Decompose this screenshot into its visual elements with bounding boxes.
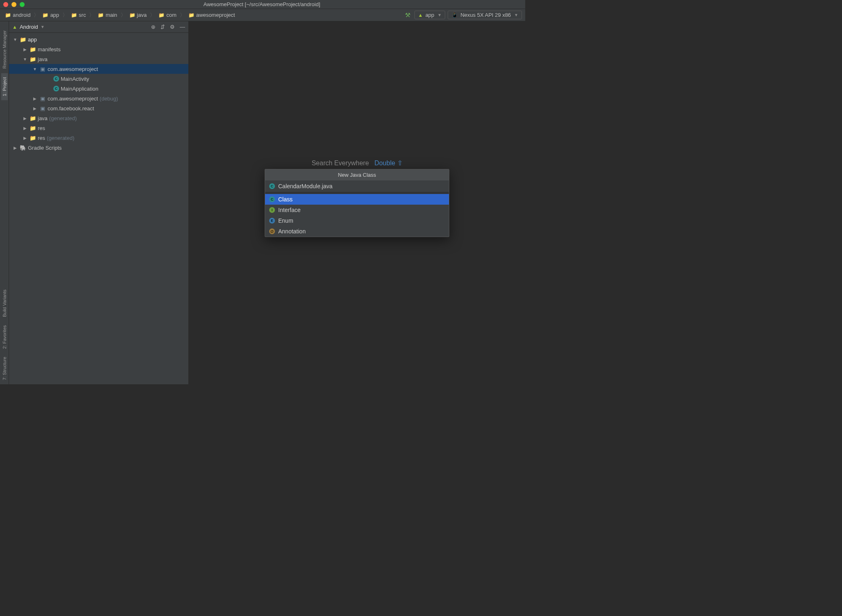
breadcrumb-item[interactable]: 📁android bbox=[3, 11, 32, 19]
caret-icon[interactable] bbox=[32, 67, 38, 71]
caret-icon[interactable] bbox=[32, 96, 38, 101]
search-everywhere-hint: Search Everywhere Double ⇧ bbox=[311, 159, 402, 167]
folder-icon: 📁 bbox=[98, 12, 104, 18]
popup-item-annotation[interactable]: @ Annotation bbox=[265, 226, 449, 237]
folder-icon: 📁 bbox=[30, 135, 36, 141]
tree-node-java[interactable]: 📁 java bbox=[9, 54, 188, 64]
caret-icon[interactable] bbox=[22, 47, 28, 52]
dock-favorites[interactable]: 2: Favorites bbox=[1, 321, 8, 353]
caret-icon[interactable] bbox=[12, 146, 18, 150]
annotation-icon: @ bbox=[269, 228, 275, 234]
run-config-combo[interactable]: ▲ app ▼ bbox=[414, 11, 446, 19]
class-icon: C bbox=[53, 76, 59, 82]
breadcrumb-label: app bbox=[50, 12, 59, 18]
breadcrumb-item[interactable]: 📁com bbox=[157, 11, 178, 19]
device-icon: 📱 bbox=[451, 12, 458, 18]
breadcrumb-sep: 〉 bbox=[88, 11, 95, 19]
breadcrumb-sep: 〉 bbox=[62, 11, 69, 19]
popup-kind-list: C Class I Interface E Enum @ Annotation bbox=[265, 194, 449, 237]
dock-resource-manager[interactable]: Resource Manager bbox=[1, 26, 8, 73]
tree-node-mainapplication[interactable]: C MainApplication bbox=[9, 84, 188, 94]
hide-icon[interactable]: — bbox=[180, 24, 185, 30]
folder-icon: 📁 bbox=[42, 12, 48, 18]
project-tree[interactable]: 📁 app 📁 manifests 📁 java ▣ com.awesomepr… bbox=[9, 33, 188, 384]
package-icon: ▣ bbox=[39, 105, 46, 112]
tree-suffix: (generated) bbox=[47, 135, 74, 141]
tree-suffix: (debug) bbox=[100, 96, 118, 102]
project-panel-header: ▲ Android ▼ ⊕ ⇵ ⚙ — bbox=[9, 21, 188, 33]
breadcrumb-label: src bbox=[79, 12, 86, 18]
popup-item-label: Class bbox=[278, 196, 293, 203]
breadcrumb-label: main bbox=[105, 12, 117, 18]
titlebar: AwesomeProject [~/src/AwesomeProject/and… bbox=[0, 0, 525, 9]
enum-icon: E bbox=[269, 218, 275, 224]
breadcrumb-sep: 〉 bbox=[149, 11, 156, 19]
dropdown-arrow-icon: ▼ bbox=[437, 13, 442, 17]
caret-icon[interactable] bbox=[32, 106, 38, 111]
tree-label: MainApplication bbox=[61, 86, 98, 92]
caret-icon[interactable] bbox=[22, 136, 28, 140]
project-panel: ▲ Android ▼ ⊕ ⇵ ⚙ — 📁 app 📁 manifests bbox=[9, 21, 189, 384]
toolbar-right: ⚒ ▲ app ▼ 📱 Nexus 5X API 29 x86 ▼ bbox=[405, 11, 522, 19]
module-icon: 📁 bbox=[20, 37, 26, 43]
tree-label: manifests bbox=[38, 46, 61, 52]
collapse-icon[interactable]: ⇵ bbox=[160, 24, 165, 30]
tree-node-package-react[interactable]: ▣ com.facebook.react bbox=[9, 103, 188, 113]
tree-node-mainactivity[interactable]: C MainActivity bbox=[9, 74, 188, 84]
android-icon: ▲ bbox=[12, 24, 17, 30]
popup-item-interface[interactable]: I Interface bbox=[265, 205, 449, 215]
tree-node-app[interactable]: 📁 app bbox=[9, 34, 188, 44]
tree-node-package-debug[interactable]: ▣ com.awesomeproject (debug) bbox=[9, 94, 188, 103]
caret-icon[interactable] bbox=[22, 57, 28, 62]
dock-structure[interactable]: 7: Structure bbox=[1, 353, 8, 384]
breadcrumb-item[interactable]: 📁app bbox=[41, 11, 61, 19]
tree-label: com.facebook.react bbox=[48, 105, 94, 112]
tree-label: res bbox=[38, 135, 45, 141]
breadcrumb-sep: 〉 bbox=[179, 11, 186, 19]
tree-label: com.awesomeproject bbox=[48, 66, 98, 72]
run-config-label: app bbox=[426, 12, 435, 18]
tree-node-java-generated[interactable]: 📁 java (generated) bbox=[9, 113, 188, 123]
new-java-class-popup: New Java Class C CalendarModule.java C C… bbox=[265, 169, 449, 237]
breadcrumb-item[interactable]: 📁main bbox=[96, 11, 119, 19]
dock-project[interactable]: 1: Project bbox=[1, 73, 8, 100]
build-icon[interactable]: ⚒ bbox=[405, 11, 410, 19]
breadcrumb-item[interactable]: 📁src bbox=[69, 11, 87, 19]
gear-icon[interactable]: ⚙ bbox=[170, 24, 175, 30]
dropdown-arrow-icon[interactable]: ▼ bbox=[41, 25, 45, 29]
device-combo[interactable]: 📱 Nexus 5X API 29 x86 ▼ bbox=[448, 11, 522, 19]
caret-icon[interactable] bbox=[22, 116, 28, 121]
breadcrumb-label: java bbox=[137, 12, 147, 18]
navigation-toolbar: 📁android〉 📁app〉 📁src〉 📁main〉 📁java〉 📁com… bbox=[0, 9, 525, 21]
tree-node-gradle[interactable]: 🐘 Gradle Scripts bbox=[9, 143, 188, 153]
breadcrumb-sep: 〉 bbox=[33, 11, 40, 19]
folder-icon: 📁 bbox=[5, 12, 11, 18]
editor-area: Search Everywhere Double ⇧ New Java Clas… bbox=[189, 21, 525, 384]
caret-icon[interactable] bbox=[12, 37, 18, 42]
caret-icon[interactable] bbox=[22, 126, 28, 130]
target-icon[interactable]: ⊕ bbox=[151, 24, 156, 30]
class-icon: C bbox=[269, 196, 275, 202]
breadcrumb-item[interactable]: 📁java bbox=[128, 11, 149, 19]
popup-input-row[interactable]: C CalendarModule.java bbox=[265, 180, 449, 192]
folder-icon: 📁 bbox=[188, 12, 194, 18]
project-view-mode[interactable]: Android bbox=[20, 24, 38, 30]
popup-item-enum[interactable]: E Enum bbox=[265, 215, 449, 226]
tree-label: java bbox=[38, 115, 48, 121]
tree-node-res[interactable]: 📁 res bbox=[9, 123, 188, 133]
tree-node-manifests[interactable]: 📁 manifests bbox=[9, 44, 188, 54]
tree-node-res-generated[interactable]: 📁 res (generated) bbox=[9, 133, 188, 143]
folder-icon: 📁 bbox=[30, 46, 36, 52]
package-icon: ▣ bbox=[39, 66, 46, 72]
main-area: Resource Manager 1: Project Build Varian… bbox=[0, 21, 525, 384]
breadcrumb-item[interactable]: 📁awesomeproject bbox=[187, 11, 237, 19]
class-icon: C bbox=[269, 183, 275, 189]
popup-class-name-input[interactable]: CalendarModule.java bbox=[278, 183, 332, 189]
dock-build-variants[interactable]: Build Variants bbox=[1, 285, 8, 321]
popup-item-class[interactable]: C Class bbox=[265, 194, 449, 205]
popup-title: New Java Class bbox=[265, 169, 449, 180]
dropdown-arrow-icon: ▼ bbox=[514, 13, 518, 17]
hint-label: Search Everywhere bbox=[311, 160, 369, 167]
tree-node-package-awesome[interactable]: ▣ com.awesomeproject bbox=[9, 64, 188, 74]
folder-icon: 📁 bbox=[30, 115, 36, 121]
